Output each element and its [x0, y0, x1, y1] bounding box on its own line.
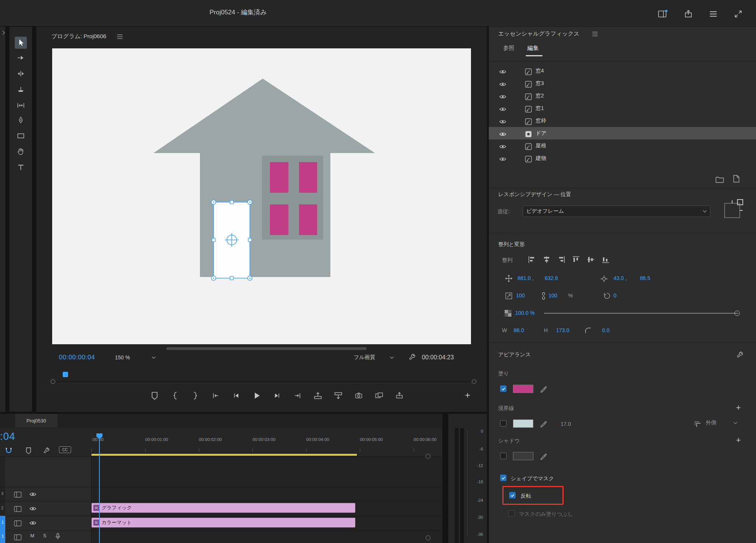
layer-row-mado1[interactable]: 窓1: [489, 102, 756, 114]
canvas-hscrollbar[interactable]: [166, 347, 367, 350]
scrub-track[interactable]: [56, 381, 472, 382]
panel-expand-icon[interactable]: [0, 28, 8, 38]
track-v1-eye-icon[interactable]: [28, 518, 38, 528]
settings-wrench-icon[interactable]: [407, 352, 417, 362]
stroke-checkbox[interactable]: [500, 420, 507, 427]
anchor-x-value[interactable]: 43.0 ,: [613, 275, 627, 282]
align-center-h-icon[interactable]: [542, 255, 551, 264]
mark-out-button[interactable]: [191, 391, 200, 401]
follow-select[interactable]: ビデオフレーム: [523, 206, 710, 217]
stroke-position-select[interactable]: 外側: [703, 418, 741, 428]
link-scale-icon[interactable]: [539, 291, 548, 301]
appearance-wrench-icon[interactable]: [735, 350, 745, 360]
step-forward-button[interactable]: [272, 391, 282, 401]
export-media-button[interactable]: [395, 391, 404, 401]
fill-color-swatch[interactable]: [513, 385, 533, 393]
position-x-value[interactable]: 881.0 ,: [517, 275, 534, 282]
play-button[interactable]: [252, 391, 262, 401]
fill-eyedropper-icon[interactable]: [539, 385, 548, 394]
mark-in-button[interactable]: [170, 391, 180, 401]
hand-tool[interactable]: [15, 145, 27, 158]
layer-eye-icon[interactable]: [498, 154, 508, 164]
shadow-eyedropper-icon[interactable]: [539, 452, 548, 462]
pin-to-widget[interactable]: [720, 197, 745, 222]
timeline-scroll-handle-bottom[interactable]: [426, 535, 431, 540]
align-right-icon[interactable]: [557, 255, 565, 264]
anchor-y-value[interactable]: 86.5: [640, 275, 650, 282]
scrub-left-handle[interactable]: [51, 379, 55, 384]
align-left-icon[interactable]: [528, 255, 536, 264]
rotation-icon[interactable]: [602, 291, 612, 301]
mask-with-shape-checkbox[interactable]: [500, 475, 507, 481]
new-folder-icon[interactable]: [715, 175, 725, 184]
ripple-edit-tool[interactable]: [15, 68, 27, 80]
layer-row-madowaku[interactable]: 窓枠: [489, 114, 756, 127]
align-bottom-icon[interactable]: [601, 255, 610, 264]
mask-fill-only-checkbox[interactable]: [508, 510, 515, 517]
program-panel-menu-icon[interactable]: [115, 32, 125, 42]
new-layer-icon[interactable]: [731, 174, 741, 184]
step-back-button[interactable]: [231, 391, 241, 401]
track-v1-target-icon[interactable]: [13, 518, 23, 528]
timeline-tab[interactable]: Proj0530: [15, 414, 57, 427]
add-marker-button[interactable]: [150, 391, 160, 401]
timeline-scroll-handle-top[interactable]: [426, 454, 431, 459]
program-timecode[interactable]: 00:00:00:04: [59, 354, 95, 361]
layer-row-yane[interactable]: 屋根: [489, 139, 756, 152]
transport-add-button[interactable]: +: [465, 390, 470, 401]
mask-with-shape-label[interactable]: シェイプでマスク: [511, 475, 554, 482]
tab-browse[interactable]: 参照: [503, 45, 514, 51]
corner-radius-value[interactable]: 0.0: [602, 327, 609, 334]
stroke-add-button[interactable]: +: [736, 403, 741, 413]
extract-button[interactable]: [333, 391, 343, 401]
type-tool[interactable]: [15, 161, 27, 173]
fullscreen-icon[interactable]: [732, 8, 745, 20]
align-top-icon[interactable]: [572, 255, 580, 264]
goto-in-button[interactable]: [211, 391, 221, 401]
track-v3-eye-icon[interactable]: [28, 489, 38, 499]
layer-eye-icon[interactable]: [498, 117, 508, 127]
layer-eye-icon[interactable]: [498, 92, 508, 102]
comparison-view-button[interactable]: [374, 391, 384, 401]
scale-y-value[interactable]: 100: [548, 292, 557, 299]
position-y-value[interactable]: 632.6: [545, 275, 558, 282]
layer-row-mado3[interactable]: 窓3: [489, 77, 756, 90]
layer-row-door-selected[interactable]: ドア: [489, 127, 756, 139]
opacity-slider-track[interactable]: [544, 313, 738, 314]
eg-panel-menu-icon[interactable]: [590, 29, 600, 39]
selection-tool[interactable]: [15, 37, 27, 49]
corner-radius-icon[interactable]: [583, 326, 593, 336]
layer-row-mado4[interactable]: 窓4: [489, 65, 756, 77]
mute-button[interactable]: M: [30, 533, 34, 539]
track-a1-target-icon[interactable]: [13, 532, 23, 542]
rotation-value[interactable]: 0: [613, 292, 617, 299]
pen-tool[interactable]: [15, 114, 27, 127]
height-value[interactable]: 173.0: [556, 327, 569, 334]
clip-color-matte[interactable]: fx カラーマット: [91, 518, 355, 528]
mic-icon[interactable]: [53, 532, 63, 541]
export-frame-button[interactable]: [354, 391, 364, 401]
zoom-select[interactable]: 150 %: [112, 352, 159, 363]
rectangle-tool[interactable]: [15, 130, 27, 142]
stroke-eyedropper-icon[interactable]: [539, 419, 548, 429]
layer-row-tatemono[interactable]: 建物: [489, 152, 756, 164]
work-area-bar[interactable]: [91, 454, 357, 456]
layer-row-mado2[interactable]: 窓2: [489, 90, 756, 102]
layer-eye-icon[interactable]: [498, 79, 508, 89]
track-v3-target-icon[interactable]: [13, 490, 23, 500]
lift-button[interactable]: [313, 391, 323, 401]
invert-checkbox[interactable]: [509, 492, 516, 498]
shadow-checkbox[interactable]: [500, 453, 507, 459]
slip-tool[interactable]: [15, 99, 27, 111]
timeline-ruler[interactable]: :00:00 00:00:01:00 00:00:02:00 00:00:03:…: [0, 433, 442, 457]
width-value[interactable]: 86.0: [514, 327, 524, 334]
share-icon[interactable]: [682, 8, 695, 20]
opacity-value[interactable]: 100.0 %: [515, 310, 534, 316]
layer-eye-icon[interactable]: [498, 104, 508, 114]
tab-edit[interactable]: 編集: [527, 45, 539, 51]
shadow-add-button[interactable]: +: [736, 435, 741, 445]
quality-select[interactable]: フル画質: [351, 352, 397, 363]
menu-icon[interactable]: [707, 8, 720, 20]
layer-eye-icon[interactable]: [498, 142, 508, 152]
program-canvas[interactable]: [52, 48, 471, 344]
